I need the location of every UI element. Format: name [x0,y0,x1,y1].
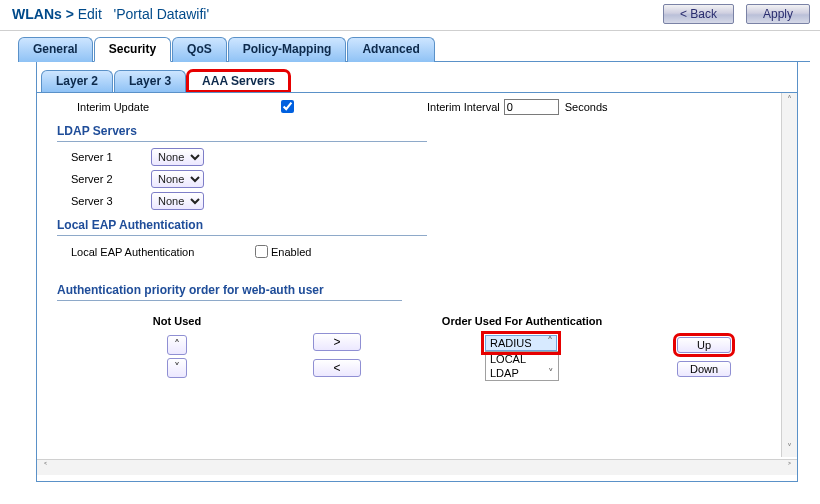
tab-security[interactable]: Security [94,37,171,62]
order-item-radius[interactable]: RADIUS [485,335,557,351]
interim-update-checkbox[interactable] [281,100,294,113]
apply-button[interactable]: Apply [746,4,810,24]
auth-priority-heading: Authentication priority order for web-au… [57,283,402,301]
move-left-button[interactable]: < [313,359,361,377]
order-item-ldap[interactable]: LDAP [486,366,558,380]
breadcrumb-action: Edit [78,6,102,22]
back-button[interactable]: < Back [663,4,734,24]
order-down-button[interactable]: Down [677,361,731,377]
vertical-scrollbar[interactable]: ˄ ˅ [781,93,797,457]
ldap-server2-label: Server 2 [71,173,151,185]
local-eap-enabled-checkbox[interactable] [255,245,268,258]
wlan-name: 'Portal Datawifi' [114,6,210,22]
not-used-up-button[interactable]: ˄ [167,335,187,355]
ldap-servers-heading: LDAP Servers [57,124,427,142]
interim-interval-input[interactable] [504,99,559,115]
ldap-server1-select[interactable]: None [151,148,204,166]
local-eap-heading: Local EAP Authentication [57,218,427,236]
tab-policy-mapping[interactable]: Policy-Mapping [228,37,347,62]
local-eap-enabled-text: Enabled [271,246,311,258]
scroll-left-icon[interactable]: ˂ [37,460,53,475]
subtab-layer3[interactable]: Layer 3 [114,70,186,92]
tab-advanced[interactable]: Advanced [347,37,434,62]
local-eap-auth-label: Local EAP Authentication [71,246,251,258]
interim-update-label: Interim Update [77,101,277,113]
subtab-layer2[interactable]: Layer 2 [41,70,113,92]
not-used-heading: Not Used [87,315,267,327]
scroll-up-icon[interactable]: ˄ [782,93,797,109]
not-used-down-button[interactable]: ˅ [167,358,187,378]
breadcrumb-root: WLANs [12,6,62,22]
tab-general[interactable]: General [18,37,93,62]
scroll-down-icon[interactable]: ˅ [782,441,797,457]
ldap-server2-select[interactable]: None [151,170,204,188]
scroll-right-icon[interactable]: ˃ [781,460,797,475]
ldap-server1-label: Server 1 [71,151,151,163]
ldap-server3-label: Server 3 [71,195,151,207]
move-right-button[interactable]: > [313,333,361,351]
order-item-local[interactable]: LOCAL [486,352,558,366]
interim-interval-unit: Seconds [565,101,608,113]
horizontal-scrollbar[interactable]: ˂ ˃ [37,459,797,475]
order-up-button[interactable]: Up [677,337,731,353]
tab-qos[interactable]: QoS [172,37,227,62]
interim-interval-label: Interim Interval [427,101,500,113]
subtab-aaa-servers[interactable]: AAA Servers [187,70,290,92]
page-title: WLANs > Edit 'Portal Datawifi' [12,6,651,22]
ldap-server3-select[interactable]: None [151,192,204,210]
order-used-heading: Order Used For Authentication [407,315,637,327]
